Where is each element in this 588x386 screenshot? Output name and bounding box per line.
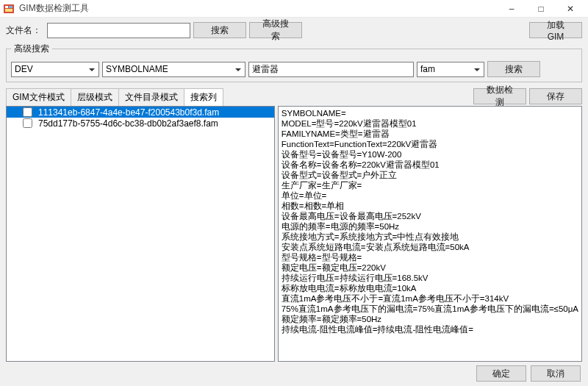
tab-search-list[interactable]: 搜索列 bbox=[184, 88, 223, 106]
detail-line: 相数=相数=单相 bbox=[282, 201, 578, 211]
tree-row-filename: 75dd177b-5755-4d6c-bc38-db0b2af3aef8.fam bbox=[38, 118, 218, 129]
filename-input[interactable] bbox=[47, 23, 190, 38]
svg-rect-3 bbox=[5, 9, 12, 12]
detail-line: 额定频率=额定频率=50Hz bbox=[282, 314, 578, 324]
tab-dir-mode[interactable]: 文件目录模式 bbox=[118, 88, 184, 106]
tab-level-mode[interactable]: 层级模式 bbox=[71, 88, 119, 106]
detail-line: 设备型式=设备型式=户外正立 bbox=[282, 170, 578, 180]
svg-rect-2 bbox=[9, 6, 12, 8]
save-button[interactable]: 保存 bbox=[529, 88, 582, 104]
adv-search-legend: 高级搜索 bbox=[11, 43, 52, 55]
data-detect-button[interactable]: 数据检测 bbox=[473, 88, 526, 104]
detail-line: 生产厂家=生产厂家= bbox=[282, 180, 578, 190]
detail-line: 型号规格=型号规格= bbox=[282, 252, 578, 262]
search-button[interactable]: 搜索 bbox=[193, 22, 246, 38]
tree-row-checkbox[interactable] bbox=[23, 118, 32, 128]
filename-label: 文件名： bbox=[6, 24, 44, 37]
app-icon bbox=[3, 3, 15, 15]
detail-line: FunctionText=FunctionText=220kV避雷器 bbox=[282, 139, 578, 149]
adv-dropdown-3[interactable]: fam bbox=[417, 62, 484, 77]
detail-line: 设备型号=设备型号=Y10W-200 bbox=[282, 149, 578, 160]
detail-line: 设备最高电压=设备最高电压=252kV bbox=[282, 211, 578, 221]
detail-line: 安装点系统短路电流=安装点系统短路电流=50kA bbox=[282, 242, 578, 252]
detail-line: 电源的频率=电源的频率=50Hz bbox=[282, 221, 578, 232]
window-title: GIM数据检测工具 bbox=[19, 2, 497, 15]
adv-search-button[interactable]: 高级搜索 bbox=[249, 22, 302, 38]
detail-line: 持续电流-阻性电流峰值=持续电流-阻性电流峰值= bbox=[282, 324, 578, 335]
detail-line: 直流1mA参考电压不小于=直流1mA参考电压不小于=314kV bbox=[282, 293, 578, 304]
detail-pane[interactable]: SYMBOLNAME=MODEL=型号=220kV避雷器模型01FAMILYNA… bbox=[278, 106, 582, 362]
adv-search-input[interactable] bbox=[248, 62, 414, 77]
detail-line: MODEL=型号=220kV避雷器模型01 bbox=[282, 118, 578, 129]
tree-row-checkbox[interactable] bbox=[23, 107, 32, 117]
tab-gim-file-mode[interactable]: GIM文件模式 bbox=[6, 88, 71, 106]
detail-line: 设备名称=设备名称=220kV避雷器模型01 bbox=[282, 160, 578, 170]
tree-row-filename: 111341eb-6847-4a4e-be47-f200543b0f3d.fam bbox=[38, 107, 219, 118]
adv-dropdown-2-value: SYMBOLNAME bbox=[106, 64, 168, 74]
tree-row[interactable]: 75dd177b-5755-4d6c-bc38-db0b2af3aef8.fam bbox=[7, 118, 274, 129]
adv-dropdown-1[interactable]: DEV bbox=[11, 62, 99, 77]
detail-line: 持续运行电压=持续运行电压=168.5kV bbox=[282, 273, 578, 283]
detail-line: 75%直流1mA参考电压下的漏电流=75%直流1mA参考电压下的漏电流=≤50μ… bbox=[282, 304, 578, 314]
detail-line: 系统接地方式=系统接地方式=中性点有效接地 bbox=[282, 232, 578, 242]
minimize-button[interactable]: – bbox=[497, 0, 526, 18]
maximize-button[interactable]: □ bbox=[526, 0, 556, 18]
adv-dropdown-2[interactable]: SYMBOLNAME bbox=[102, 62, 245, 77]
load-gim-button[interactable]: 加载GIM bbox=[529, 22, 582, 38]
cancel-button[interactable]: 取消 bbox=[531, 365, 581, 382]
file-tree-pane: 111341eb-6847-4a4e-be47-f200543b0f3d.fam… bbox=[6, 106, 275, 362]
detail-line: SYMBOLNAME= bbox=[282, 108, 578, 118]
adv-search-go-button[interactable]: 搜索 bbox=[487, 61, 540, 77]
adv-dropdown-3-value: fam bbox=[420, 64, 435, 74]
detail-line: 单位=单位= bbox=[282, 190, 578, 201]
ok-button[interactable]: 确定 bbox=[476, 365, 526, 382]
detail-line: 标称放电电流=标称放电电流=10kA bbox=[282, 283, 578, 293]
adv-dropdown-1-value: DEV bbox=[15, 64, 33, 74]
close-button[interactable]: ✕ bbox=[556, 0, 585, 18]
detail-line: 额定电压=额定电压=220kV bbox=[282, 262, 578, 273]
tree-row[interactable]: 111341eb-6847-4a4e-be47-f200543b0f3d.fam bbox=[7, 107, 274, 118]
svg-rect-1 bbox=[5, 6, 8, 8]
detail-line: FAMILYNAME=类型=避雷器 bbox=[282, 129, 578, 139]
